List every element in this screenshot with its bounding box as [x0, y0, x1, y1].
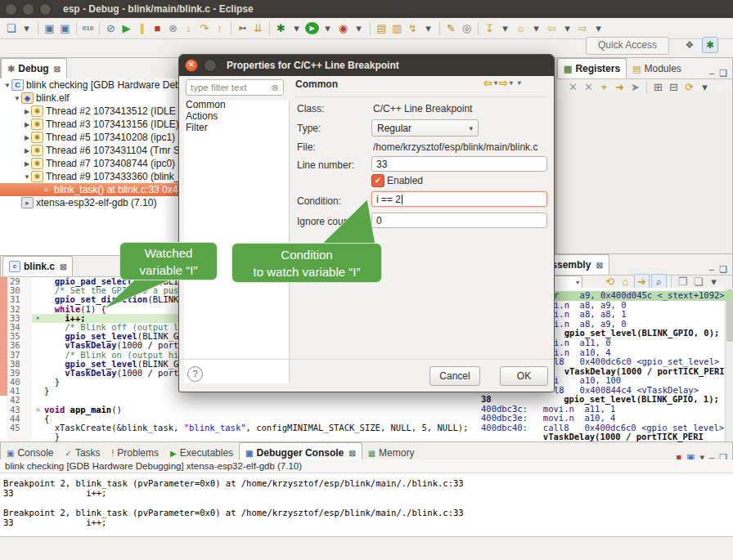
dialog-nav-item-filter[interactable]: Filter — [186, 122, 287, 133]
forward-icon[interactable]: ⇨ — [499, 77, 508, 89]
import-folder-icon[interactable]: ▥ — [390, 21, 404, 36]
type-dropdown[interactable]: Regular ▾ — [371, 119, 479, 137]
tree-expand-icon[interactable]: ▶ — [23, 147, 31, 155]
step-return-icon[interactable]: ↑ — [213, 21, 227, 36]
clear-filter-icon[interactable]: ⊗ — [271, 82, 279, 93]
cancel-button[interactable]: Cancel — [429, 366, 480, 386]
view-menu-icon[interactable]: ▾ — [518, 79, 521, 87]
close-icon[interactable]: ⊠ — [60, 262, 66, 271]
condition-value: i == 2 — [376, 194, 401, 205]
disconnect-icon[interactable]: ⊗ — [166, 21, 180, 36]
console-output[interactable]: Breakpoint 2, blink_task (pvParameter=0x… — [0, 473, 733, 542]
minimize-icon[interactable]: – — [709, 68, 714, 78]
back-dropdown-icon[interactable]: ▾ — [494, 79, 497, 87]
new-wizard-dropdown-icon[interactable]: ▾ — [20, 21, 34, 36]
breakpoint-icon[interactable]: ➤ — [32, 314, 44, 323]
close-icon[interactable]: ⊠ — [596, 261, 602, 270]
debug-perspective-icon[interactable]: ✱ — [702, 37, 718, 53]
debug-dropdown-icon[interactable]: ▾ — [290, 21, 304, 36]
flash-icon[interactable]: ↯ — [406, 21, 420, 36]
select-pointer-icon[interactable]: ➤ — [628, 80, 642, 95]
tree-expand-icon[interactable]: ▶ — [23, 108, 31, 115]
save-all-icon[interactable]: ▣ — [58, 21, 72, 36]
tree-item-label: Thread #9 1073433360 (blink_task — [46, 171, 197, 182]
change-bar — [0, 378, 7, 387]
goto-address-icon[interactable]: ➜ — [613, 80, 627, 95]
run-dropdown-icon[interactable]: ▾ — [321, 21, 335, 36]
pin-editor-icon[interactable]: ◎ — [460, 21, 474, 36]
help-button[interactable]: ? — [187, 366, 203, 382]
expand-all-icon[interactable]: ⊞ — [651, 80, 665, 95]
gutter-cell — [32, 387, 44, 396]
chevron-down-icon[interactable]: ▾ — [576, 279, 579, 286]
lightbulb-dropdown-icon[interactable]: ▾ — [529, 21, 543, 36]
mark-occurrences-icon[interactable]: ✎ — [444, 21, 458, 36]
debug-icon[interactable]: ✱ — [274, 21, 288, 36]
remove-selected-icon[interactable]: ✕ — [566, 80, 580, 95]
external-tools-icon[interactable]: ◉ — [336, 21, 350, 36]
open-perspective-icon[interactable]: ❖ — [682, 38, 697, 52]
back-dropdown-icon[interactable]: ▾ — [560, 21, 574, 36]
last-edit-location-icon[interactable]: ↧ — [483, 21, 497, 36]
ok-button[interactable]: OK — [500, 366, 548, 386]
tab-blink-c[interactable]: c blink.c ⊠ — [2, 256, 73, 276]
condition-field[interactable]: i == 2 — [371, 191, 547, 207]
ignore-count-field[interactable]: 0 — [371, 213, 547, 228]
drop-to-frame-icon[interactable]: ⇊ — [251, 21, 265, 36]
dialog-close-button[interactable]: ✕ — [185, 59, 198, 72]
tree-expand-icon[interactable]: ▼ — [13, 95, 21, 102]
dialog-minimize-button[interactable] — [204, 59, 217, 72]
dialog-section-header: Common — [295, 78, 338, 90]
window-close-button[interactable] — [5, 3, 17, 16]
tab-modules[interactable]: ▤Modules — [627, 59, 687, 78]
open-folder-icon[interactable]: ▤ — [375, 21, 389, 36]
tree-expand-icon[interactable]: ▼ — [3, 82, 11, 89]
forward-dropdown-icon[interactable]: ▾ — [591, 21, 605, 36]
back-icon[interactable]: ⇦ — [545, 21, 559, 36]
maximize-icon[interactable]: ❑ — [719, 68, 727, 78]
close-icon[interactable]: ⊠ — [349, 449, 355, 458]
last-edit-dropdown-icon[interactable]: ▾ — [498, 21, 512, 36]
terminate-icon[interactable]: ■ — [151, 21, 164, 36]
flash-dropdown-icon[interactable]: ▾ — [421, 21, 435, 36]
refresh-icon[interactable]: ⟳ — [682, 80, 696, 95]
disassembly-scrollbar[interactable] — [725, 288, 733, 441]
close-icon[interactable]: ⊠ — [54, 65, 61, 74]
gutter-cell — [32, 432, 44, 441]
resume-icon[interactable]: ▶ — [119, 21, 133, 36]
add-watchpoint-icon[interactable]: ⌖ — [597, 80, 611, 95]
run-icon[interactable]: ▶ — [305, 22, 319, 34]
tree-expand-icon[interactable]: ▼ — [23, 173, 31, 181]
step-into-icon[interactable]: ↓ — [182, 21, 196, 36]
tree-expand-icon[interactable]: ▶ — [23, 134, 31, 141]
new-wizard-icon[interactable]: ❏ — [4, 21, 18, 36]
forward-dropdown-icon[interactable]: ▾ — [510, 79, 513, 87]
fold-icon[interactable]: ⊖ — [32, 405, 44, 414]
view-menu-icon[interactable]: ▾ — [698, 80, 712, 95]
save-icon[interactable]: ▣ — [43, 21, 56, 36]
binary-file-icon[interactable]: 010 — [81, 21, 95, 36]
external-tools-dropdown-icon[interactable]: ▾ — [352, 21, 366, 36]
quick-access-button[interactable]: Quick Access — [586, 37, 669, 55]
forward-icon[interactable]: ⇨ — [576, 21, 590, 36]
suspend-icon[interactable]: ∥ — [135, 21, 149, 36]
remove-all-icon[interactable]: ✕ — [582, 80, 596, 95]
window-minimize-button[interactable] — [22, 3, 34, 16]
tree-expand-icon[interactable]: ▶ — [23, 121, 31, 128]
back-icon[interactable]: ⇦ — [483, 77, 492, 89]
skip-breakpoints-icon[interactable]: ⊘ — [104, 21, 118, 36]
dialog-nav-item-actions[interactable]: Actions — [186, 110, 287, 122]
enabled-checkbox[interactable]: ✓ — [371, 174, 384, 187]
tree-expand-icon[interactable]: ▶ — [23, 160, 31, 168]
tab-debug[interactable]: ✱ Debug ⊠ — [1, 58, 67, 78]
instruction-stepping-icon[interactable]: i↦ — [236, 21, 250, 36]
step-over-icon[interactable]: ↷ — [197, 21, 211, 36]
collapse-all-icon[interactable]: ⊟ — [667, 80, 681, 95]
dialog-nav-item-common[interactable]: Common — [186, 99, 287, 110]
line-number-field[interactable]: 33 — [371, 156, 547, 172]
console-output-line: 33 i++; — [0, 517, 733, 527]
tab-registers[interactable]: ▦Registers — [557, 58, 627, 78]
lightbulb-icon[interactable]: ☼ — [514, 21, 528, 36]
window-maximize-button[interactable] — [39, 3, 52, 16]
dialog-filter-input[interactable]: type filter text ⊗ — [186, 79, 284, 96]
